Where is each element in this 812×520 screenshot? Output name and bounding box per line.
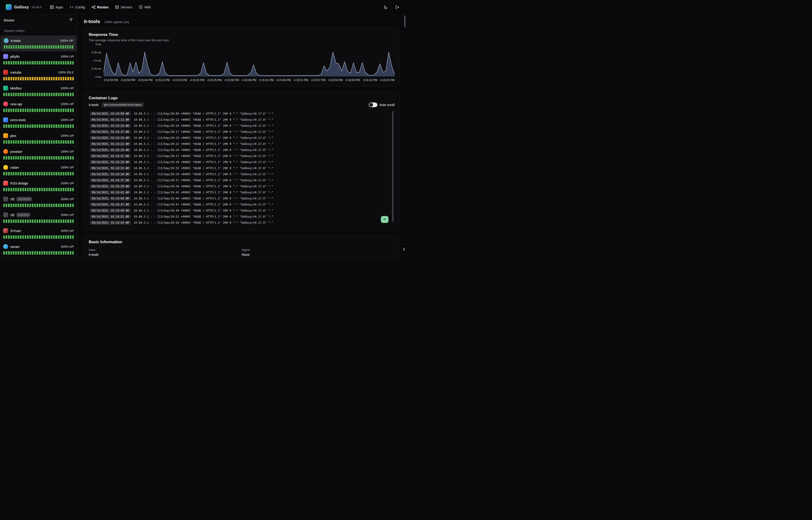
uptime-bar <box>51 219 52 223</box>
uptime-bars <box>3 204 74 207</box>
uptime-bar <box>25 140 26 144</box>
uptime-bar <box>3 156 5 160</box>
route-item-new-api[interactable]: new-api 100% UP <box>0 99 77 115</box>
route-item-rss-bridge[interactable]: RSS-Bridge 100% UP <box>0 178 77 194</box>
uptime-bar <box>46 251 48 255</box>
uptime-bar <box>3 77 5 80</box>
uptime-bar <box>8 172 9 176</box>
route-item-plex[interactable]: plex 100% UP <box>0 131 77 147</box>
log-row: 09/14/2025, 01:24:47 AM10.89.3.1 - - [13… <box>89 202 390 208</box>
uptime-bar <box>27 188 29 191</box>
uptime-bar <box>55 45 57 49</box>
container-image-badge: ghcr.io/corentinth/it-tools:latest <box>102 102 144 107</box>
filter-routes-button[interactable] <box>69 18 73 23</box>
uptime-bar <box>46 140 48 144</box>
omni-tools-icon <box>3 118 8 122</box>
basic-info-field-agent: AgentNone <box>242 248 395 257</box>
search-routes-input[interactable] <box>4 29 73 33</box>
route-item-it-tools[interactable]: it-tools 100% UP <box>0 36 77 51</box>
uptime-bar <box>18 109 19 112</box>
uptime-bar <box>70 156 72 160</box>
y-tick: 0.75 ms <box>92 67 101 70</box>
uptime-bar <box>22 124 24 128</box>
log-timestamp: 09/14/2025, 01:24:42 AM <box>90 190 131 194</box>
main-content: it-tools 100% uptime (1h) Response Time … <box>77 15 406 260</box>
plex-icon <box>3 133 8 138</box>
route-item-siyuan[interactable]: SiYuan 100% UP <box>0 226 77 241</box>
nav-item-apps[interactable]: Apps <box>50 5 63 9</box>
route-item-se[interactable]: SE 100% UP <box>0 210 77 226</box>
nav-item-servers[interactable]: Servers <box>115 5 132 9</box>
uptime-bar <box>13 251 15 255</box>
uptime-bar <box>55 251 57 255</box>
app-version: v0.18.0 <box>32 5 42 9</box>
uptime-bar <box>44 93 45 96</box>
nav-item-wiki[interactable]: Wiki <box>139 5 150 9</box>
nav-item-label: Apps <box>55 5 63 9</box>
uptime-bar <box>6 204 7 207</box>
nav-item-routes[interactable]: Routes <box>91 5 109 9</box>
log-scrollbar-thumb[interactable] <box>392 111 394 222</box>
uptime-bar <box>65 124 66 128</box>
autoscroll-toggle[interactable] <box>369 103 377 107</box>
log-timestamp: 09/14/2025, 01:24:54 AM <box>90 220 131 225</box>
uptime-bar <box>60 77 62 80</box>
route-item-prowlarr[interactable]: prowlarr 100% UP <box>0 147 77 162</box>
x-tick: 4:15:57 PM <box>311 79 325 82</box>
route-name: sonarr <box>10 245 20 249</box>
log-row: 09/14/2025, 01:24:54 AM10.89.3.1 - - [13… <box>89 220 390 226</box>
uptime-bar <box>67 45 69 49</box>
log-row: 09/14/2025, 01:24:52 AM10.89.3.1 - - [13… <box>89 214 390 220</box>
log-timestamp: 09/14/2025, 01:24:12 AM <box>90 118 131 122</box>
uptime-bar <box>41 188 43 191</box>
uptime-bar <box>36 235 38 239</box>
uptime-bar <box>3 172 5 176</box>
x-tick: 4:15:25 PM <box>207 79 222 82</box>
theme-toggle-button[interactable] <box>383 4 389 10</box>
uptime-bar <box>36 140 38 144</box>
uptime-bar <box>25 235 26 239</box>
route-item-jellyfin[interactable]: jellyfin 100% UP <box>0 51 77 67</box>
scroll-to-top-button[interactable] <box>381 216 389 223</box>
uptime-bar <box>18 251 19 255</box>
page-scrollbar-thumb[interactable] <box>404 16 405 27</box>
y-tick: 1.5 ms <box>93 59 101 62</box>
uptime-bar <box>67 251 69 255</box>
log-message: 10.89.3.1 - - [13/Sep/20:14 +0000] "HEAD… <box>134 124 273 127</box>
uptime-bar <box>25 172 26 176</box>
uptime-bar <box>34 109 36 112</box>
uptime-bar <box>8 219 9 223</box>
uptime-bar <box>60 219 62 223</box>
route-item-metube[interactable]: metube 100% IDLE <box>0 67 77 83</box>
sidebar-header: Routes <box>0 15 77 26</box>
uptime-bar <box>3 140 5 144</box>
route-item-radarr[interactable]: radarr 100% UP <box>0 162 77 178</box>
brand[interactable]: GoDoxy v0.18.0 <box>6 4 41 10</box>
log-row: 09/14/2025, 01:24:22 AM10.89.3.1 - - [13… <box>89 141 390 147</box>
route-name: Miniflux <box>10 86 22 90</box>
uptime-bar <box>46 204 48 207</box>
uptime-bar <box>36 188 38 191</box>
route-item-se[interactable]: SE 100% UP <box>0 194 77 210</box>
route-item-sonarr[interactable]: sonarr 100% UP <box>0 241 77 257</box>
uptime-bar <box>20 124 21 128</box>
uptime-bar <box>29 235 31 239</box>
nav-item-config[interactable]: Config <box>69 5 85 9</box>
log-message: 10.89.3.1 - - [13/Sep/20:39 +0000] "HEAD… <box>134 185 273 188</box>
route-item-miniflux[interactable]: Miniflux 100% UP <box>0 83 77 99</box>
uptime-bar <box>53 124 55 128</box>
x-tick: 4:15:20 PM <box>190 79 204 82</box>
log-timestamp: 09/14/2025, 01:24:39 AM <box>90 184 131 188</box>
log-message: 10.89.3.1 - - [13/Sep/20:19 +0000] "HEAD… <box>134 136 273 139</box>
route-item-omni-tools[interactable]: omni-tools 100% UP <box>0 115 77 131</box>
uptime-bar <box>58 61 60 64</box>
uptime-bar <box>6 188 7 191</box>
uptime-bar <box>51 61 52 64</box>
log-message: 10.89.3.1 - - [13/Sep/20:34 +0000] "HEAD… <box>134 173 273 176</box>
uptime-bar <box>22 93 24 96</box>
logout-button[interactable] <box>394 4 400 10</box>
uptime-bar <box>70 61 72 64</box>
route-row: it-tools 100% UP <box>4 38 73 43</box>
basic-info-card: Basic Information Aliasit-toolsAgentNone… <box>84 235 399 260</box>
miniflux-icon <box>3 86 8 90</box>
